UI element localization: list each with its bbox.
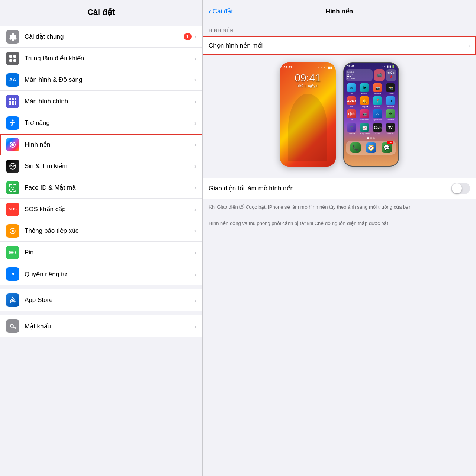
settings-item-thong-bao[interactable]: Thông báo tiếp xúc ›: [0, 220, 202, 242]
settings-item-trung-tam[interactable]: Trung tâm điều khiển ›: [0, 48, 202, 69]
left-panel: Cài đặt Cài đặt chung 1 ›: [0, 0, 203, 476]
lockscreen-screen: 09:41 ▲▲▲ ▮▮▮ 09:41 Thứ 2, ngày 2: [280, 62, 336, 167]
trung-tam-label: Trung tâm điều khiển: [25, 54, 194, 62]
tro-nang-label: Trợ năng: [25, 119, 194, 127]
settings-item-siri[interactable]: Siri & Tìm kiếm ›: [0, 155, 202, 177]
settings-section-1: Cài đặt chung 1 › Trung tâm điều khiển ›: [0, 26, 202, 285]
hinh-nen-chevron: ›: [194, 141, 196, 148]
homescreen-widgets: Gia Lai 20° Có mây 📹 THỨ 2 2: [344, 68, 398, 82]
description-1: Khi Giao diện tối được bật, iPhone sẽ là…: [203, 199, 476, 215]
dark-mode-toggle-row: Giao diện tối làm mờ hình nền: [203, 178, 476, 199]
svg-rect-9: [15, 101, 16, 103]
svg-point-17: [13, 187, 14, 188]
cai-dat-chung-chevron: ›: [194, 33, 196, 40]
choose-wallpaper-chevron: ›: [468, 42, 470, 49]
svg-point-13: [12, 119, 14, 121]
app-store-logo-icon: [9, 296, 17, 304]
svg-point-22: [10, 324, 13, 327]
pin-icon: [6, 246, 19, 259]
svg-rect-6: [15, 98, 16, 100]
settings-section-2: App Store ›: [0, 289, 202, 311]
mat-khau-chevron: ›: [194, 323, 196, 329]
man-hinh-do-sang-label: Màn hình & Độ sáng: [25, 76, 194, 84]
settings-item-man-hinh-chinh[interactable]: Màn hình chính ›: [0, 91, 202, 112]
page-dots: [344, 136, 398, 141]
cai-dat-chung-icon: [6, 30, 19, 44]
homescreen-status-bar: 09:41 ▲▲ ▮▮▮ 🔋: [344, 63, 398, 68]
lockscreen-preview: 09:41 ▲▲▲ ▮▮▮ 09:41 Thứ 2, ngày 2: [280, 62, 336, 167]
password-key-icon: [9, 322, 17, 330]
thong-bao-chevron: ›: [194, 228, 196, 234]
man-hinh-do-sang-icon: AA: [6, 73, 19, 87]
quyen-rieng-tu-chevron: ›: [194, 271, 196, 277]
dark-mode-toggle[interactable]: [451, 183, 470, 194]
face-id-chevron: ›: [194, 184, 196, 191]
pin-chevron: ›: [194, 249, 196, 255]
settings-section-3: Mật khẩu ›: [0, 315, 202, 337]
homescreen-dock: 📞 🧭 💬 144: [346, 141, 396, 155]
settings-item-hinh-nen[interactable]: Hình nền ›: [0, 134, 202, 155]
svg-rect-10: [9, 103, 11, 105]
man-hinh-chinh-icon: [6, 95, 19, 108]
svg-rect-20: [15, 252, 16, 253]
sos-icon: SOS: [6, 203, 19, 216]
face-id-label: Face ID & Mật mã: [25, 184, 194, 192]
settings-item-app-store[interactable]: App Store ›: [0, 289, 202, 311]
right-panel: ‹ Cài đặt Hình nền HÌNH NỀN Chọn hình nề…: [203, 0, 476, 476]
pin-label: Pin: [25, 249, 194, 256]
settings-item-cai-dat-chung[interactable]: Cài đặt chung 1 ›: [0, 26, 202, 48]
svg-rect-7: [9, 101, 11, 103]
tro-nang-icon: [6, 116, 19, 130]
man-hinh-do-sang-chevron: ›: [194, 77, 196, 83]
thong-bao-label: Thông báo tiếp xúc: [25, 227, 194, 235]
svg-point-14: [12, 144, 13, 145]
battery-icon: [9, 248, 17, 257]
tro-nang-chevron: ›: [194, 120, 196, 126]
settings-item-pin[interactable]: Pin ›: [0, 242, 202, 263]
settings-item-sos[interactable]: SOS SOS khẩn cấp ›: [0, 199, 202, 220]
trung-tam-icon: [6, 52, 19, 65]
privacy-hand-icon: [9, 270, 17, 278]
settings-item-tro-nang[interactable]: Trợ năng ›: [0, 112, 202, 134]
siri-wave-icon: [9, 162, 17, 170]
man-hinh-chinh-label: Màn hình chính: [25, 98, 194, 105]
choose-wallpaper-row: Chọn hình nền mới ›: [203, 36, 476, 55]
wallpaper-icon: [9, 141, 17, 149]
svg-point-18: [12, 230, 14, 232]
back-button[interactable]: ‹ Cài đặt: [209, 7, 233, 16]
svg-point-16: [11, 187, 12, 188]
portrait-silhouette: [288, 94, 327, 161]
choose-wallpaper-label: Chọn hình nền mới: [209, 42, 468, 49]
svg-rect-8: [12, 101, 14, 103]
svg-rect-0: [9, 55, 12, 58]
lockscreen-time: 09:41 Thứ 2, ngày 2: [280, 69, 336, 88]
choose-wallpaper-button[interactable]: Chọn hình nền mới ›: [203, 36, 476, 55]
face-id-icon: [6, 181, 19, 194]
control-center-icon: [9, 54, 17, 62]
description-2: Hình nền động và thu phóng phối cảnh bị …: [203, 215, 476, 232]
sos-chevron: ›: [194, 206, 196, 212]
right-header: ‹ Cài đặt Hình nền: [203, 0, 476, 20]
mat-khau-label: Mật khẩu: [25, 322, 194, 330]
siri-icon: [6, 160, 19, 173]
settings-item-face-id[interactable]: Face ID & Mật mã ›: [0, 177, 202, 199]
svg-rect-3: [13, 59, 16, 62]
left-title: Cài đặt: [6, 7, 196, 17]
wallpaper-preview: 09:41 ▲▲▲ ▮▮▮ 09:41 Thứ 2, ngày 2: [203, 55, 476, 174]
settings-item-quyen-rieng-tu[interactable]: Quyền riêng tư ›: [0, 263, 202, 285]
quyen-rieng-tu-icon: [6, 267, 19, 281]
gear-icon: [9, 33, 17, 41]
settings-item-man-hinh-do-sang[interactable]: AA Màn hình & Độ sáng ›: [0, 69, 202, 91]
exposure-notification-icon: [9, 227, 17, 235]
siri-label: Siri & Tìm kiếm: [25, 162, 194, 170]
toggle-label: Giao diện tối làm mờ hình nền: [209, 184, 451, 192]
right-title: Hình nền: [326, 7, 353, 15]
thong-bao-icon: [6, 224, 19, 238]
man-hinh-chinh-chevron: ›: [194, 98, 196, 104]
lockscreen-status-bar: 09:41 ▲▲▲ ▮▮▮: [280, 62, 336, 69]
settings-item-mat-khau[interactable]: Mật khẩu ›: [0, 315, 202, 337]
sos-label: SOS khẩn cấp: [25, 205, 194, 213]
app-store-icon: [6, 293, 19, 307]
trung-tam-chevron: ›: [194, 55, 196, 61]
wallpaper-section-header: HÌNH NỀN: [203, 20, 476, 36]
